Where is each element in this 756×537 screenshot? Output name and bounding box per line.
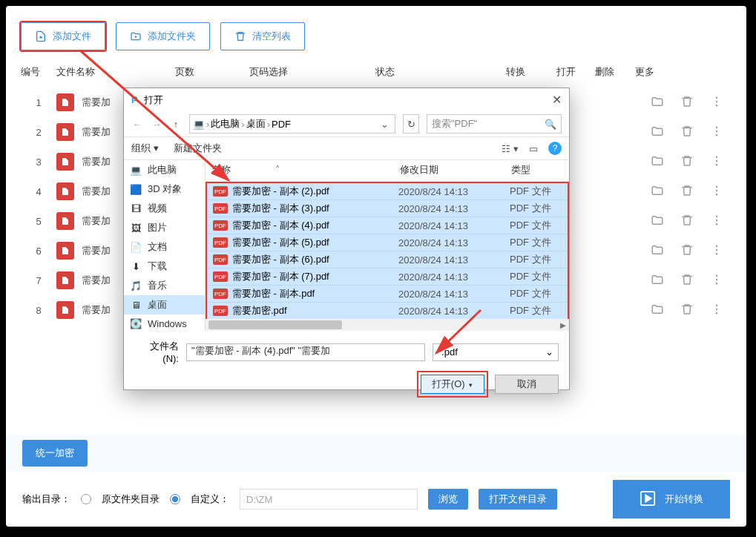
open-folder-icon[interactable] [642,303,672,318]
svg-point-19 [716,278,717,280]
search-input[interactable]: 搜索"PDF" 🔍 [427,114,562,134]
file-date: 2020/8/24 14:13 [398,237,510,248]
open-folder-icon[interactable] [642,95,672,111]
tree-item-music[interactable]: 🎵音乐 [124,276,205,295]
more-icon[interactable] [702,243,732,259]
file-date: 2020/8/24 14:13 [398,271,510,283]
breadcrumb[interactable]: 💻 › 此电脑 › 桌面 › PDF ⌄ [189,114,395,134]
file-row[interactable]: PDF 需要加密 - 副本 (6).pdf 2020/8/24 14:13 PD… [207,251,568,268]
file-name: 需要加密 - 副本.pdf [232,287,398,300]
tree-item-video[interactable]: 🎞视频 [124,199,205,218]
delete-icon[interactable] [672,273,702,289]
file-name: 需要加密 - 副本 (6).pdf [232,253,398,266]
scroll-right-icon[interactable]: ► [557,319,569,331]
radio-original-folder[interactable] [81,494,91,504]
file-row[interactable]: PDF 需要加密 - 副本 (4).pdf 2020/8/24 14:13 PD… [207,217,568,234]
add-file-button[interactable]: 添加文件 [21,22,105,50]
file-type-select[interactable]: *.pdf ⌄ [433,343,559,361]
delete-icon[interactable] [672,214,702,229]
dl-icon: ⬇ [130,260,142,272]
tree-item-disk[interactable]: 💽Windows [124,314,205,331]
delete-icon[interactable] [672,95,702,111]
h-scrollbar[interactable]: ◄ ► [206,319,569,331]
chevron-down-icon: ⌄ [545,346,553,358]
tree-item-desktop[interactable]: 🖥桌面 [124,295,205,314]
more-icon[interactable] [702,303,732,318]
svg-point-4 [716,130,717,131]
delete-icon[interactable] [672,243,702,259]
open-folder-button[interactable]: 打开文件目录 [479,489,557,510]
dialog-title: 打开 [144,93,163,107]
new-folder-button[interactable]: 新建文件夹 [174,142,222,155]
file-row[interactable]: PDF 需要加密.pdf 2020/8/24 14:13 PDF 文件 [207,302,568,319]
delete-icon[interactable] [672,303,702,318]
open-folder-icon[interactable] [642,273,672,289]
tree-item-doc[interactable]: 📄文档 [124,237,205,257]
delete-icon[interactable] [672,154,702,170]
column-header: 编号 文件名称 页数 页码选择 状态 转换 打开 删除 更多 [6,64,746,88]
chevron-down-icon[interactable]: ⌄ [378,119,392,130]
file-row[interactable]: PDF 需要加密 - 副本 (3).pdf 2020/8/24 14:13 PD… [207,200,568,217]
back-icon[interactable]: ← [131,119,143,130]
filename-input[interactable]: "需要加密 - 副本 (4).pdf" "需要加 [186,343,425,361]
file-date: 2020/8/24 14:13 [398,203,510,214]
open-folder-icon[interactable] [642,243,672,259]
pdf-icon [56,93,74,111]
file-row[interactable]: PDF 需要加密 - 副本 (5).pdf 2020/8/24 14:13 PD… [207,234,568,251]
up-icon[interactable]: ↑ [170,119,182,130]
pic-icon: 🖼 [130,222,142,234]
delete-icon[interactable] [672,184,702,200]
refresh-icon[interactable]: ↻ [403,114,419,134]
open-folder-icon[interactable] [642,184,672,200]
pdf-icon [56,153,74,171]
svg-point-12 [716,215,717,217]
tree-item-pc[interactable]: 💻此电脑 [124,160,205,179]
file-name: 需要加密 - 副本 (3).pdf [232,202,398,215]
preview-pane-icon[interactable]: ▭ [529,143,538,154]
tree-item-3d[interactable]: 🟦3D 对象 [124,179,205,199]
open-folder-icon[interactable] [642,154,672,170]
output-path-input[interactable]: D:\ZM [240,489,418,510]
more-icon[interactable] [702,184,732,200]
music-icon: 🎵 [130,280,142,291]
svg-point-21 [716,304,717,306]
scroll-thumb[interactable] [208,320,342,329]
more-icon[interactable] [702,214,732,229]
help-icon[interactable]: ? [548,142,562,155]
browse-button[interactable]: 浏览 [428,489,468,510]
start-convert-button[interactable]: 开始转换 [613,480,730,518]
svg-point-0 [716,96,717,98]
file-row[interactable]: PDF 需要加密 - 副本 (7).pdf 2020/8/24 14:13 PD… [207,268,568,285]
cancel-button[interactable]: 取消 [495,375,559,394]
more-icon[interactable] [702,95,732,111]
pdf-icon: PDF [213,271,228,282]
trash-icon [234,30,246,42]
forward-icon[interactable]: → [151,119,162,130]
delete-icon[interactable] [672,125,702,140]
open-folder-icon[interactable] [642,214,672,229]
clear-list-button[interactable]: 清空列表 [220,22,305,50]
open-folder-icon[interactable] [642,125,672,140]
filename-label: 文件名(N): [134,340,179,364]
tree-item-pic[interactable]: 🖼图片 [124,218,205,237]
more-icon[interactable] [702,125,732,140]
file-row[interactable]: PDF 需要加密 - 副本 (2).pdf 2020/8/24 14:13 PD… [207,183,568,200]
file-date: 2020/8/24 14:13 [398,220,510,231]
open-button[interactable]: 打开(O) ▼ [421,375,484,394]
batch-encrypt-button[interactable]: 统一加密 [22,440,88,467]
file-row[interactable]: PDF 需要加密 - 副本.pdf 2020/8/24 14:13 PDF 文件 [207,285,568,302]
pdf-icon: PDF [213,186,228,197]
pdf-icon [56,271,74,289]
more-icon[interactable] [702,273,732,289]
organize-menu[interactable]: 组织 ▾ [131,142,159,155]
add-folder-button[interactable]: 添加文件夹 [116,22,210,50]
file-name: 需要加密 - 副本 (2).pdf [232,185,398,198]
radio-custom[interactable] [170,494,180,504]
radio-original-label: 原文件夹目录 [102,492,160,506]
pc-icon: 💻 [130,164,142,176]
more-icon[interactable] [702,154,732,170]
view-mode-icon[interactable]: ☷ ▾ [502,143,519,154]
close-icon[interactable]: ✕ [552,93,562,107]
svg-point-2 [716,105,717,106]
tree-item-dl[interactable]: ⬇下载 [124,257,205,276]
